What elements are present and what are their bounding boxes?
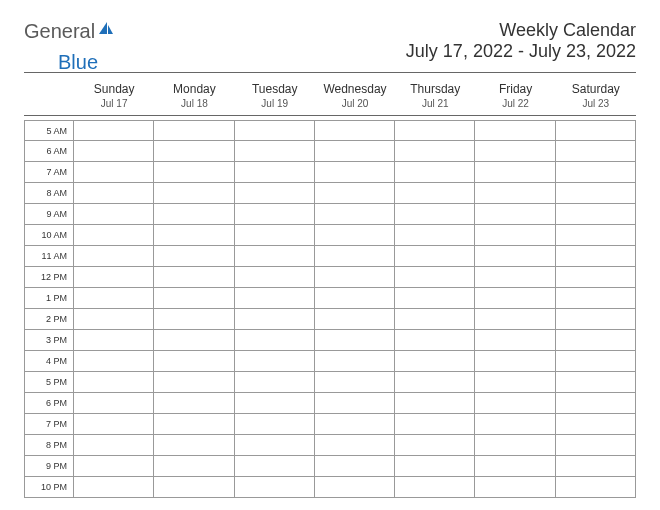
calendar-cell xyxy=(475,309,555,330)
calendar-row: 1 PM xyxy=(24,288,636,309)
calendar-cell xyxy=(315,288,395,309)
calendar-cell xyxy=(74,393,154,414)
calendar-cell xyxy=(154,456,234,477)
calendar-cell xyxy=(315,372,395,393)
calendar-row: 6 AM xyxy=(24,141,636,162)
time-label: 7 AM xyxy=(24,162,74,183)
day-date: Jul 19 xyxy=(235,98,315,109)
calendar-cell xyxy=(235,225,315,246)
calendar-cell xyxy=(475,372,555,393)
calendar-cell xyxy=(475,225,555,246)
time-label: 5 AM xyxy=(24,120,74,141)
calendar-cell xyxy=(235,351,315,372)
calendar-cell xyxy=(475,414,555,435)
calendar-cell xyxy=(395,246,475,267)
calendar-cell xyxy=(235,435,315,456)
calendar-cell xyxy=(475,183,555,204)
time-label: 6 PM xyxy=(24,393,74,414)
calendar-cell xyxy=(74,477,154,498)
calendar-cell xyxy=(154,435,234,456)
calendar-cell xyxy=(154,183,234,204)
calendar-row: 9 PM xyxy=(24,456,636,477)
time-label: 2 PM xyxy=(24,309,74,330)
calendar-cell xyxy=(74,309,154,330)
time-label: 9 PM xyxy=(24,456,74,477)
calendar-cell xyxy=(74,435,154,456)
day-header: Saturday Jul 23 xyxy=(556,82,636,109)
calendar-cell xyxy=(235,414,315,435)
calendar-cell xyxy=(475,351,555,372)
time-label: 8 PM xyxy=(24,435,74,456)
calendar-cell xyxy=(235,267,315,288)
calendar-row: 7 AM xyxy=(24,162,636,183)
calendar-row: 12 PM xyxy=(24,267,636,288)
calendar-cell xyxy=(74,183,154,204)
calendar-cell xyxy=(556,393,636,414)
calendar-row: 5 PM xyxy=(24,372,636,393)
calendar-row: 3 PM xyxy=(24,330,636,351)
day-name: Monday xyxy=(154,82,234,96)
time-label: 11 AM xyxy=(24,246,74,267)
calendar-cell xyxy=(395,288,475,309)
day-header: Wednesday Jul 20 xyxy=(315,82,395,109)
calendar-cell xyxy=(315,309,395,330)
day-date: Jul 18 xyxy=(154,98,234,109)
day-name: Tuesday xyxy=(235,82,315,96)
calendar-cell xyxy=(235,162,315,183)
day-date: Jul 22 xyxy=(475,98,555,109)
day-header: Monday Jul 18 xyxy=(154,82,234,109)
calendar-cell xyxy=(154,162,234,183)
calendar-cell xyxy=(315,477,395,498)
calendar-cell xyxy=(475,456,555,477)
calendar-cell xyxy=(475,120,555,141)
calendar-row: 2 PM xyxy=(24,309,636,330)
calendar-cell xyxy=(315,204,395,225)
calendar-cell xyxy=(74,162,154,183)
calendar-cell xyxy=(74,288,154,309)
calendar-cell xyxy=(235,246,315,267)
calendar-cell xyxy=(315,162,395,183)
time-label: 12 PM xyxy=(24,267,74,288)
calendar-cell xyxy=(74,267,154,288)
time-label: 6 AM xyxy=(24,141,74,162)
calendar-cell xyxy=(395,141,475,162)
day-date: Jul 17 xyxy=(74,98,154,109)
calendar-cell xyxy=(556,120,636,141)
time-label: 7 PM xyxy=(24,414,74,435)
calendar-cell xyxy=(395,372,475,393)
time-label: 10 AM xyxy=(24,225,74,246)
calendar-cell xyxy=(395,183,475,204)
calendar-cell xyxy=(154,246,234,267)
day-date: Jul 21 xyxy=(395,98,475,109)
calendar-cell xyxy=(315,456,395,477)
calendar-cell xyxy=(475,393,555,414)
time-label: 10 PM xyxy=(24,477,74,498)
calendar-cell xyxy=(556,288,636,309)
calendar-cell xyxy=(315,414,395,435)
calendar-row: 7 PM xyxy=(24,414,636,435)
calendar-cell xyxy=(235,330,315,351)
time-label: 5 PM xyxy=(24,372,74,393)
calendar-cell xyxy=(315,141,395,162)
calendar-cell xyxy=(154,393,234,414)
calendar-cell xyxy=(74,456,154,477)
calendar-cell xyxy=(74,372,154,393)
calendar-cell xyxy=(235,288,315,309)
calendar-cell xyxy=(74,414,154,435)
calendar-cell xyxy=(235,120,315,141)
calendar-cell xyxy=(556,372,636,393)
calendar-cell xyxy=(154,330,234,351)
day-name: Sunday xyxy=(74,82,154,96)
calendar-cell xyxy=(556,414,636,435)
calendar-row: 8 PM xyxy=(24,435,636,456)
day-header: Tuesday Jul 19 xyxy=(235,82,315,109)
logo-sail-icon xyxy=(97,20,115,43)
day-header-row: Sunday Jul 17 Monday Jul 18 Tuesday Jul … xyxy=(24,82,636,116)
day-date: Jul 20 xyxy=(315,98,395,109)
calendar-cell xyxy=(556,435,636,456)
calendar-cell xyxy=(556,162,636,183)
calendar-cell xyxy=(395,162,475,183)
calendar-cell xyxy=(235,141,315,162)
calendar-cell xyxy=(315,351,395,372)
calendar-cell xyxy=(556,225,636,246)
